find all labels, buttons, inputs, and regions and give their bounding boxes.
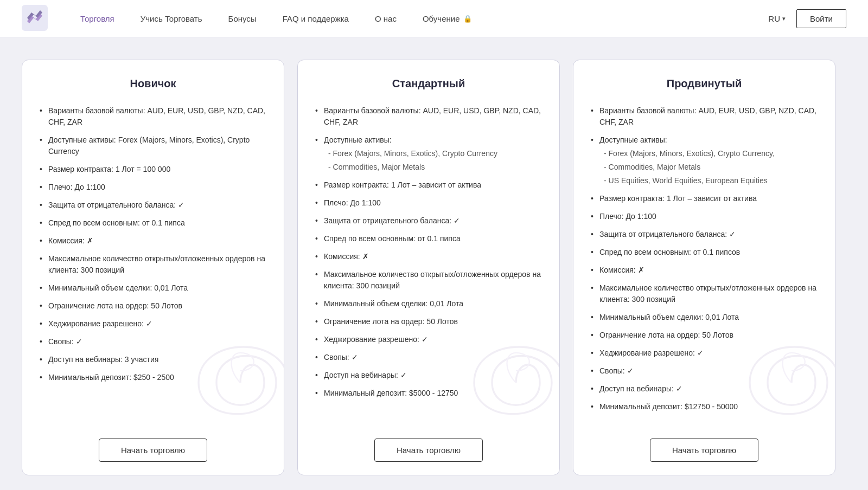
cards-container: Новичок Варианты базовой валюты: AUD, EU…	[22, 60, 835, 475]
list-item: Комиссия: ✗	[315, 251, 542, 262]
chevron-down-icon: ▾	[782, 15, 786, 22]
list-item: Ограничение лота на ордер: 50 Лотов	[40, 300, 266, 312]
nav-learn[interactable]: Учись Торговать	[141, 14, 202, 23]
list-item: Ограничение лота на ордер: 50 Лотов	[315, 316, 542, 327]
list-item: Варианты базовой валюты: AUD, EUR, USD, …	[591, 105, 818, 128]
nav-bonuses[interactable]: Бонусы	[228, 14, 257, 23]
list-item: Размер контракта: 1 Лот = 100 000	[40, 164, 266, 175]
card-advanced-action: Начать торговлю	[591, 430, 818, 462]
standard-start-button[interactable]: Начать торговлю	[374, 439, 483, 462]
svg-rect-0	[22, 5, 48, 31]
list-item: Минимальный депозит: $250 - 2500	[40, 372, 266, 383]
advanced-start-button[interactable]: Начать торговлю	[650, 439, 758, 462]
card-novice: Новичок Варианты базовой валюты: AUD, EU…	[22, 60, 284, 475]
card-standard: Стандартный Варианты базовой валюты: AUD…	[297, 60, 560, 475]
list-item: Минимальный объем сделки: 0,01 Лота	[591, 312, 818, 323]
lock-icon: 🔒	[463, 15, 472, 23]
list-item: Доступ на вебинары: 3 участия	[40, 354, 266, 365]
list-item: Комиссия: ✗	[40, 235, 266, 247]
list-item: Защита от отрицательного баланса: ✓	[40, 199, 266, 211]
list-item: Минимальный депозит: $12750 - 50000	[591, 401, 818, 412]
nav-education[interactable]: Обучение 🔒	[423, 14, 472, 23]
card-standard-title: Стандартный	[315, 78, 542, 90]
card-novice-title: Новичок	[40, 78, 266, 90]
card-novice-action: Начать торговлю	[40, 430, 266, 462]
list-item: Спред по всем основным: от 0.1 пипсов	[591, 247, 818, 258]
list-item: Защита от отрицательного баланса: ✓	[315, 215, 542, 227]
list-item: Минимальный объем сделки: 0,01 Лота	[315, 298, 542, 310]
nav-about[interactable]: О нас	[375, 14, 397, 23]
language-selector[interactable]: RU ▾	[768, 14, 786, 23]
list-item: Варианты базовой валюты: AUD, EUR, USD, …	[315, 105, 542, 128]
list-item: Свопы: ✓	[591, 365, 818, 377]
list-item: Комиссия: ✗	[591, 265, 818, 276]
list-item: Варианты базовой валюты: AUD, EUR, USD, …	[40, 105, 266, 128]
card-standard-action: Начать торговлю	[315, 430, 542, 462]
main-content: Новичок Варианты базовой валюты: AUD, EU…	[0, 38, 868, 490]
card-advanced-features: Варианты базовой валюты: AUD, EUR, USD, …	[591, 105, 818, 419]
card-novice-features: Варианты базовой валюты: AUD, EUR, USD, …	[40, 105, 266, 419]
list-item: Ограничение лота на ордер: 50 Лотов	[591, 330, 818, 341]
list-item: Свопы: ✓	[40, 336, 266, 347]
list-item: Плечо: До 1:100	[40, 182, 266, 193]
list-item: Спред по всем основным: от 0.1 пипса	[40, 217, 266, 229]
list-item: Плечо: До 1:100	[315, 197, 542, 209]
list-item: Хеджирование разрешено: ✓	[315, 334, 542, 345]
list-item: Доступные активы:- Forex (Majors, Minors…	[591, 134, 818, 186]
card-advanced: Продвинутый Варианты базовой валюты: AUD…	[573, 60, 835, 475]
nav-faq[interactable]: FAQ и поддержка	[283, 14, 349, 23]
login-button[interactable]: Войти	[796, 9, 846, 28]
list-item: Плечо: До 1:100	[591, 211, 818, 222]
main-nav: Торговля Учись Торговать Бонусы FAQ и по…	[80, 14, 768, 23]
list-item: Спред по всем основным: от 0.1 пипса	[315, 233, 542, 244]
nav-trading[interactable]: Торговля	[80, 14, 114, 23]
logo[interactable]	[22, 5, 80, 33]
list-item: Минимальный депозит: $5000 - 12750	[315, 388, 542, 399]
list-item: Хеджирование разрешено: ✓	[40, 318, 266, 330]
novice-start-button[interactable]: Начать торговлю	[99, 439, 207, 462]
card-advanced-title: Продвинутый	[591, 78, 818, 90]
list-item: Размер контракта: 1 Лот – зависит от акт…	[591, 193, 818, 204]
list-item: Доступные активы: Forex (Majors, Minors,…	[40, 134, 266, 157]
list-item: Хеджирование разрешено: ✓	[591, 347, 818, 359]
card-standard-features: Варианты базовой валюты: AUD, EUR, USD, …	[315, 105, 542, 419]
list-item: Максимальное количество открытых/отложен…	[315, 269, 542, 292]
list-item: Защита от отрицательного баланса: ✓	[591, 229, 818, 240]
list-item: Минимальный объем сделки: 0,01 Лота	[40, 282, 266, 294]
list-item: Максимальное количество открытых/отложен…	[40, 253, 266, 276]
header: Торговля Учись Торговать Бонусы FAQ и по…	[0, 0, 868, 38]
list-item: Свопы: ✓	[315, 352, 542, 363]
header-right: RU ▾ Войти	[768, 9, 846, 28]
list-item: Максимальное количество открытых/отложен…	[591, 282, 818, 305]
list-item: Доступ на вебинары: ✓	[591, 383, 818, 395]
list-item: Размер контракта: 1 Лот – зависит от акт…	[315, 179, 542, 191]
list-item: Доступ на вебинары: ✓	[315, 370, 542, 381]
list-item: Доступные активы:- Forex (Majors, Minors…	[315, 134, 542, 173]
